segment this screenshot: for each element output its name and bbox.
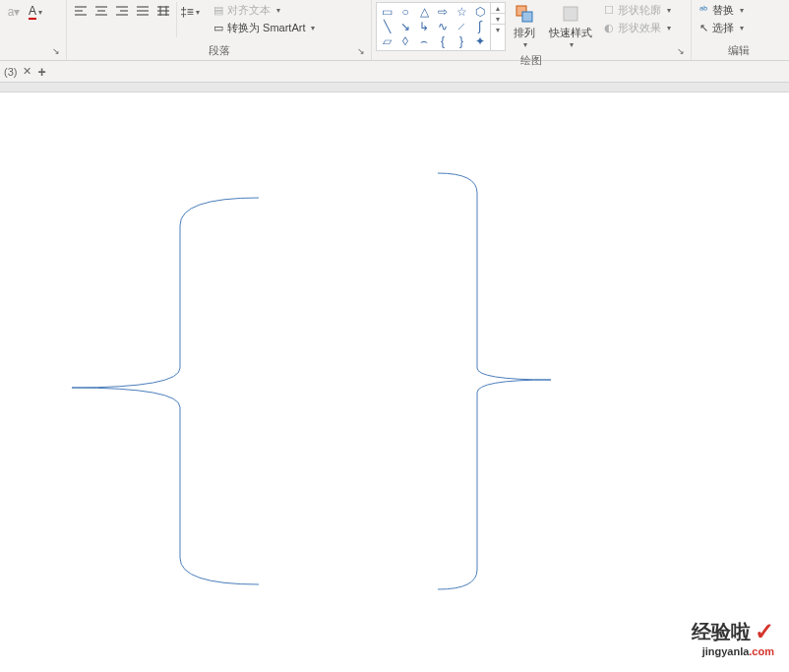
font-color-button[interactable]: A▾ bbox=[26, 2, 45, 22]
drawing-group-label: 绘图 bbox=[376, 51, 687, 70]
select-button[interactable]: ↖ 选择▾ bbox=[696, 20, 748, 36]
quick-styles-button[interactable]: 快速样式▾ bbox=[543, 2, 598, 51]
align-text-icon: ▤ bbox=[213, 4, 223, 17]
paragraph-group: ‡≡▾ ▤ 对齐文本▾ ▭ 转换为 SmartArt▾ 段落 ↘ bbox=[67, 0, 372, 60]
watermark-text: 经验啦 bbox=[692, 619, 751, 645]
align-text-button[interactable]: ▤ 对齐文本▾ bbox=[210, 2, 319, 19]
shape-brace-right-icon[interactable]: } bbox=[454, 34, 469, 48]
ribbon: a▾ A▾ ↘ bbox=[0, 0, 789, 61]
gallery-more-button[interactable]: ▾ bbox=[491, 25, 505, 35]
shape-ellipse-icon[interactable]: ○ bbox=[397, 5, 413, 19]
left-brace-shape[interactable] bbox=[67, 196, 264, 589]
shape-arrow-icon[interactable]: ↘ bbox=[397, 20, 413, 33]
align-right-button[interactable] bbox=[112, 2, 132, 22]
convert-smartart-button[interactable]: ▭ 转换为 SmartArt▾ bbox=[210, 20, 319, 36]
shape-rect2-icon[interactable]: ▱ bbox=[379, 34, 394, 48]
shape-callout-icon[interactable]: ◊ bbox=[397, 34, 413, 48]
drawing-group: ▭ ○ △ ⇨ ☆ ⬡ ╲ ↘ ↳ ∿ ⟋ ʃ bbox=[372, 0, 692, 60]
shape-connector-icon[interactable]: ↳ bbox=[416, 20, 432, 33]
paragraph-dialog-launcher[interactable]: ↘ bbox=[357, 46, 369, 58]
svg-rect-19 bbox=[564, 7, 577, 21]
distribute-button[interactable] bbox=[153, 2, 173, 22]
drawing-dialog-launcher[interactable]: ↘ bbox=[677, 46, 689, 58]
shape-freeform-icon[interactable]: ⟋ bbox=[454, 20, 469, 33]
editing-group-label: 编辑 bbox=[696, 41, 782, 60]
paragraph-group-label: 段落 bbox=[71, 41, 367, 60]
right-brace-shape[interactable] bbox=[433, 171, 561, 594]
shape-line-icon[interactable]: ╲ bbox=[379, 20, 394, 33]
shape-hex-icon[interactable]: ⬡ bbox=[472, 5, 488, 19]
svg-rect-18 bbox=[522, 12, 532, 22]
ruler bbox=[0, 83, 789, 92]
quick-styles-icon bbox=[561, 4, 580, 24]
arrange-icon bbox=[515, 4, 534, 24]
font-dialog-launcher[interactable]: ↘ bbox=[52, 46, 64, 58]
shape-triangle-icon[interactable]: △ bbox=[416, 5, 432, 19]
shape-plus-icon[interactable]: ✦ bbox=[472, 34, 488, 48]
slide-canvas[interactable] bbox=[0, 92, 789, 672]
effects-icon: ◐ bbox=[604, 22, 614, 34]
replace-icon: ᵃᵇ bbox=[699, 4, 708, 17]
gallery-down-button[interactable]: ▾ bbox=[491, 14, 505, 25]
tab-close-button[interactable]: ✕ bbox=[23, 65, 31, 78]
checkmark-icon: ✓ bbox=[755, 618, 774, 645]
shape-scribble-icon[interactable]: ʃ bbox=[472, 20, 488, 33]
align-center-button[interactable] bbox=[91, 2, 111, 22]
line-spacing-button[interactable]: ‡≡▾ bbox=[180, 2, 200, 22]
watermark: 经验啦 ✓ jingyanla.com bbox=[692, 618, 774, 657]
font-group: a▾ A▾ ↘ bbox=[0, 0, 67, 60]
select-icon: ↖ bbox=[699, 22, 708, 34]
align-justify-button[interactable] bbox=[133, 2, 152, 22]
arrange-button[interactable]: 排列▾ bbox=[508, 2, 541, 51]
shape-arc-icon[interactable]: ⌢ bbox=[416, 34, 432, 48]
gallery-up-button[interactable]: ▴ bbox=[491, 3, 505, 14]
current-tab-label[interactable]: (3) bbox=[4, 66, 17, 78]
shape-brace-left-icon[interactable]: { bbox=[435, 34, 451, 48]
shape-curve-icon[interactable]: ∿ bbox=[435, 20, 451, 33]
smartart-icon: ▭ bbox=[213, 22, 223, 34]
shape-rectangle-icon[interactable]: ▭ bbox=[379, 5, 394, 19]
shape-star-icon[interactable]: ☆ bbox=[454, 5, 469, 19]
shapes-gallery[interactable]: ▭ ○ △ ⇨ ☆ ⬡ ╲ ↘ ↳ ∿ ⟋ ʃ bbox=[376, 2, 491, 51]
outline-icon: ☐ bbox=[604, 4, 614, 17]
align-left-button[interactable] bbox=[71, 2, 91, 22]
shape-arrow-right-icon[interactable]: ⇨ bbox=[435, 5, 451, 19]
shape-outline-button[interactable]: ☐ 形状轮廓▾ bbox=[600, 2, 675, 19]
text-highlight-button[interactable]: a▾ bbox=[4, 2, 24, 22]
shapes-gallery-expand: ▴ ▾ ▾ bbox=[491, 2, 506, 51]
shape-effects-button[interactable]: ◐ 形状效果▾ bbox=[600, 20, 675, 36]
tab-add-button[interactable]: + bbox=[37, 64, 45, 80]
editing-group: ᵃᵇ 替换▾ ↖ 选择▾ 编辑 bbox=[692, 0, 786, 60]
replace-button[interactable]: ᵃᵇ 替换▾ bbox=[696, 2, 748, 19]
watermark-url: jingyanla.com bbox=[692, 645, 774, 657]
